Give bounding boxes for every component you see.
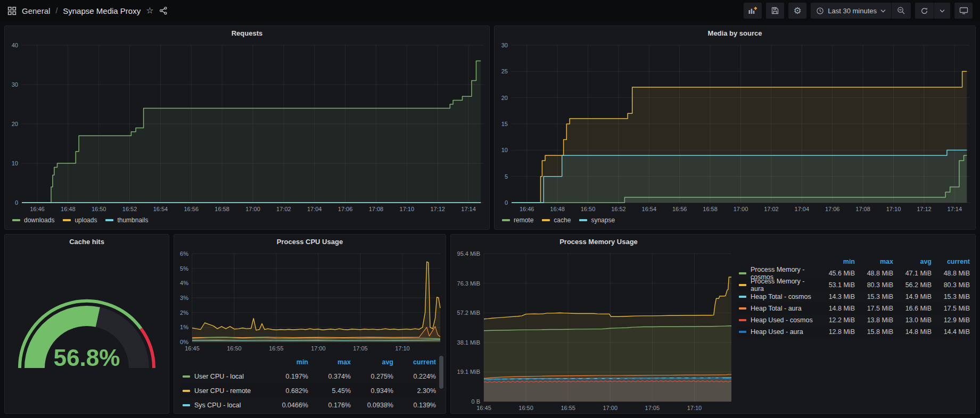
legend-swatch [502, 219, 510, 221]
panel-title-requests[interactable]: Requests [5, 26, 489, 40]
panel-title-media[interactable]: Media by source [495, 26, 975, 40]
cycle-view-button[interactable] [954, 3, 973, 19]
svg-text:95.4 MiB: 95.4 MiB [457, 250, 480, 257]
panel-title-cache-hits[interactable]: Cache hits [5, 235, 169, 248]
svg-text:16:56: 16:56 [184, 206, 199, 212]
legend-row-Heap Used - cosmos: Heap Used - cosmos12.2 MiB13.8 MiB13.0 M… [737, 314, 970, 326]
legend-label: remote [514, 216, 533, 224]
svg-text:17:06: 17:06 [825, 206, 840, 212]
legend-series-toggle[interactable]: Heap Used - aura [737, 328, 817, 336]
legend-value-max: 0.374% [308, 373, 351, 380]
legend-col-min[interactable]: min [817, 258, 855, 265]
legend-col-max[interactable]: max [855, 258, 893, 265]
svg-text:17:10: 17:10 [687, 405, 702, 411]
apps-grid-icon[interactable] [7, 6, 17, 15]
svg-text:40: 40 [12, 42, 18, 48]
legend-value-avg: 13.0 MiB [893, 316, 932, 324]
legend-value-max: 5.45% [308, 387, 351, 395]
svg-text:17:05: 17:05 [353, 345, 368, 352]
refresh-button[interactable] [915, 3, 934, 19]
chevron-down-icon [940, 9, 945, 13]
legend-series-toggle[interactable]: User CPU - remote [180, 387, 266, 395]
save-dashboard-button[interactable] [766, 3, 784, 19]
dashboard-title[interactable]: Synapse Media Proxy [63, 6, 141, 15]
time-range-picker[interactable]: Last 30 minutes [811, 3, 892, 19]
legend-series-toggle[interactable]: User CPU - local [180, 373, 266, 380]
cpu-legend-scrollbar[interactable] [439, 356, 443, 389]
settings-gear-icon[interactable]: ⚙ [788, 3, 806, 19]
legend-swatch [105, 219, 113, 221]
svg-text:5: 5 [505, 173, 508, 180]
legend-col-min[interactable]: min [266, 358, 308, 366]
legend-item-cache[interactable]: cache [542, 216, 571, 224]
svg-text:17:08: 17:08 [369, 206, 384, 212]
legend-swatch [579, 219, 587, 221]
add-panel-button[interactable] [744, 3, 762, 19]
svg-text:17:00: 17:00 [311, 345, 326, 352]
legend-value-min: 14.3 MiB [817, 293, 855, 300]
cpu-chart[interactable]: 16:4516:5016:5517:0017:0517:100%1%2%3%4%… [174, 248, 446, 354]
legend-item-thumbnails[interactable]: thumbnails [105, 216, 148, 224]
svg-text:16:50: 16:50 [518, 405, 533, 411]
panel-process-memory: Process Memory Usage 16:4516:5016:5517:0… [450, 234, 976, 414]
legend-item-remote[interactable]: remote [502, 216, 533, 224]
svg-text:30: 30 [12, 81, 18, 88]
legend-col-current[interactable]: current [932, 258, 970, 265]
legend-value-min: 14.8 MiB [817, 305, 855, 312]
cache-hits-gauge: 56.8% [5, 248, 169, 413]
legend-value-max: 15.8 MiB [855, 328, 893, 336]
svg-text:17:05: 17:05 [645, 405, 660, 411]
legend-value-current: 17.5 MiB [932, 305, 970, 312]
svg-text:16:58: 16:58 [703, 206, 718, 212]
svg-text:17:10: 17:10 [395, 345, 410, 352]
share-icon[interactable] [159, 6, 168, 15]
memory-chart[interactable]: 16:4516:5016:5517:0017:0517:100 B19.1 Mi… [451, 248, 737, 413]
media-chart[interactable]: 16:4616:4816:5016:5216:5416:5616:5817:00… [495, 40, 975, 214]
panel-title-cpu[interactable]: Process CPU Usage [174, 235, 446, 248]
legend-series-toggle[interactable]: Heap Total - aura [737, 305, 817, 312]
legend-col-avg[interactable]: avg [893, 258, 932, 265]
legend-label: Heap Used - cosmos [751, 316, 813, 324]
breadcrumb-section[interactable]: General [22, 6, 50, 15]
legend-value-avg: 14.8 MiB [893, 328, 932, 336]
requests-chart-svg: 16:4616:4816:5016:5216:5416:5616:5817:00… [5, 40, 489, 214]
zoom-out-button[interactable] [892, 3, 911, 19]
legend-swatch [183, 404, 190, 406]
legend-col-avg[interactable]: avg [351, 358, 393, 366]
legend-item-downloads[interactable]: downloads [12, 216, 54, 224]
legend-value-min: 53.1 MiB [817, 281, 855, 289]
legend-series-toggle[interactable]: Process Memory - aura [737, 278, 817, 292]
legend-swatch [12, 219, 20, 221]
svg-text:3%: 3% [180, 295, 188, 301]
time-range-label: Last 30 minutes [828, 7, 877, 15]
legend-col-current[interactable]: current [393, 358, 436, 366]
legend-label: User CPU - remote [194, 387, 251, 395]
svg-text:16:52: 16:52 [122, 206, 137, 212]
svg-text:17:00: 17:00 [245, 206, 260, 212]
refresh-interval-dropdown[interactable] [934, 3, 950, 19]
legend-swatch [739, 319, 746, 321]
legend-series-toggle[interactable]: Heap Total - cosmos [737, 293, 817, 300]
legend-label: Heap Total - aura [751, 305, 802, 312]
legend-value-min: 0.0466% [266, 402, 308, 409]
legend-label: User CPU - local [194, 373, 244, 380]
svg-text:20: 20 [12, 121, 18, 127]
requests-chart[interactable]: 16:4616:4816:5016:5216:5416:5616:5817:00… [5, 40, 489, 214]
legend-label: Sys CPU - local [194, 402, 241, 409]
legend-series-toggle[interactable]: Heap Used - cosmos [737, 316, 817, 324]
legend-value-current: 12.9 MiB [932, 316, 970, 324]
legend-row-Sys CPU - local: Sys CPU - local0.0466%0.176%0.0938%0.139… [180, 398, 436, 412]
svg-text:17:10: 17:10 [886, 206, 901, 212]
svg-text:25: 25 [501, 68, 508, 74]
star-icon[interactable]: ☆ [146, 6, 153, 15]
legend-value-avg: 0.275% [351, 373, 393, 380]
legend-swatch [542, 219, 550, 221]
svg-text:4%: 4% [180, 280, 188, 286]
legend-row-Process Memory - aura: Process Memory - aura53.1 MiB80.3 MiB56.… [737, 279, 970, 291]
legend-item-synapse[interactable]: synapse [579, 216, 615, 224]
panel-title-memory[interactable]: Process Memory Usage [451, 235, 975, 248]
legend-col-max[interactable]: max [308, 358, 351, 366]
legend-item-uploads[interactable]: uploads [63, 216, 97, 224]
legend-value-max: 0.176% [308, 402, 351, 409]
legend-series-toggle[interactable]: Sys CPU - local [180, 402, 266, 409]
